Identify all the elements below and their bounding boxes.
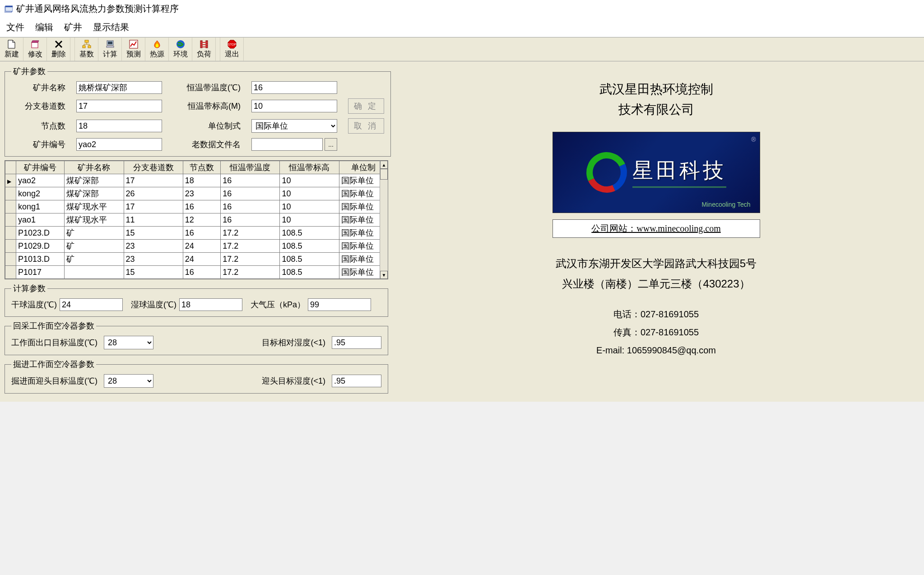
table-row[interactable]: P1023.D矿151617.2108.5国际单位 — [5, 227, 388, 240]
ok-button[interactable]: 确 定 — [348, 98, 384, 114]
input-mine-code[interactable] — [76, 138, 162, 151]
input-wet-bulb[interactable] — [179, 298, 242, 311]
table-row[interactable]: P1017151617.2108.5国际单位 — [5, 266, 388, 279]
row-header[interactable] — [5, 200, 16, 213]
table-cell[interactable]: 24 — [183, 253, 220, 266]
table-cell[interactable]: 17 — [124, 174, 183, 187]
table-cell[interactable]: 108.5 — [280, 253, 339, 266]
select-units[interactable]: 国际单位 — [251, 119, 337, 133]
input-return-hum[interactable] — [332, 336, 381, 349]
scroll-thumb[interactable] — [380, 169, 388, 180]
table-cell[interactable]: 10 — [280, 213, 339, 227]
select-advance-temp[interactable]: 28 — [104, 374, 153, 388]
table-cell[interactable]: 26 — [124, 187, 183, 200]
table-scrollbar[interactable]: ▲ ▼ — [380, 161, 388, 279]
row-header[interactable] — [5, 174, 16, 187]
table-row[interactable]: kong2煤矿深部26231610国际单位 — [5, 187, 388, 200]
table-cell[interactable]: 16 — [221, 187, 280, 200]
toolbar-base[interactable]: 基数 — [75, 37, 98, 61]
table-cell[interactable]: 17.2 — [221, 266, 280, 279]
table-cell[interactable]: 16 — [221, 174, 280, 187]
table-cell[interactable]: 16 — [221, 200, 280, 213]
input-const-elev[interactable] — [251, 100, 337, 112]
table-cell[interactable]: 108.5 — [280, 266, 339, 279]
table-row[interactable]: kong1煤矿现水平17161610国际单位 — [5, 200, 388, 213]
toolbar-modify[interactable]: 修改 — [23, 37, 47, 61]
row-header[interactable] — [5, 227, 16, 240]
table-column-header[interactable]: 节点数 — [183, 161, 220, 174]
table-cell[interactable]: P1017 — [16, 266, 65, 279]
table-cell[interactable]: 矿 — [65, 240, 124, 253]
scroll-up-icon[interactable]: ▲ — [380, 161, 388, 169]
table-cell[interactable]: 16 — [221, 213, 280, 227]
input-const-temp[interactable] — [251, 81, 337, 94]
input-mine-name[interactable] — [76, 81, 162, 94]
table-cell[interactable]: 17 — [124, 200, 183, 213]
table-column-header[interactable]: 恒温带标高 — [280, 161, 339, 174]
table-cell[interactable]: P1023.D — [16, 227, 65, 240]
table-column-header[interactable]: 恒温带温度 — [221, 161, 280, 174]
browse-button[interactable]: ... — [325, 138, 337, 151]
table-cell[interactable]: 15 — [124, 227, 183, 240]
table-cell[interactable]: 煤矿深部 — [65, 174, 124, 187]
table-cell[interactable] — [65, 266, 124, 279]
menu-mine[interactable]: 矿井 — [64, 21, 82, 33]
toolbar-env[interactable]: 环境 — [169, 37, 192, 61]
table-column-header[interactable]: 矿井名称 — [65, 161, 124, 174]
table-cell[interactable]: yao1 — [16, 213, 65, 227]
table-cell[interactable]: 108.5 — [280, 227, 339, 240]
table-cell[interactable]: 23 — [124, 253, 183, 266]
input-old-data[interactable] — [251, 138, 323, 151]
input-advance-hum[interactable] — [332, 375, 381, 387]
table-cell[interactable]: 16 — [183, 200, 220, 213]
row-header[interactable] — [5, 253, 16, 266]
table-cell[interactable]: 10 — [280, 174, 339, 187]
table-cell[interactable]: 10 — [280, 200, 339, 213]
table-cell[interactable]: 16 — [183, 227, 220, 240]
table-cell[interactable]: 108.5 — [280, 240, 339, 253]
table-cell[interactable]: 23 — [124, 240, 183, 253]
table-cell[interactable]: 10 — [280, 187, 339, 200]
table-cell[interactable]: 煤矿现水平 — [65, 200, 124, 213]
table-row[interactable]: yao2煤矿深部17181610国际单位 — [5, 174, 388, 187]
website-link[interactable]: 公司网站：www.minecooling.com — [553, 219, 760, 238]
table-cell[interactable]: P1013.D — [16, 253, 65, 266]
table-cell[interactable]: 23 — [183, 187, 220, 200]
mine-table[interactable]: 矿井编号矿井名称分支巷道数节点数恒温带温度恒温带标高单位制 yao2煤矿深部17… — [5, 160, 388, 279]
toolbar-exit[interactable]: STOP退出 — [220, 37, 244, 61]
table-row[interactable]: yao1煤矿现水平11121610国际单位 — [5, 213, 388, 227]
input-nodes[interactable] — [76, 120, 162, 132]
table-cell[interactable]: kong2 — [16, 187, 65, 200]
input-pressure[interactable] — [308, 298, 371, 311]
input-dry-bulb[interactable] — [60, 298, 123, 311]
cancel-button[interactable]: 取 消 — [348, 118, 384, 134]
table-row[interactable]: P1029.D矿232417.2108.5国际单位 — [5, 240, 388, 253]
toolbar-load[interactable]: 负荷 — [192, 37, 216, 61]
table-column-header[interactable]: 分支巷道数 — [124, 161, 183, 174]
table-cell[interactable]: 煤矿现水平 — [65, 213, 124, 227]
table-cell[interactable]: 16 — [183, 266, 220, 279]
table-row[interactable]: P1013.D矿232417.2108.5国际单位 — [5, 253, 388, 266]
table-column-header[interactable]: 矿井编号 — [16, 161, 65, 174]
table-cell[interactable]: 17.2 — [221, 240, 280, 253]
select-return-temp[interactable]: 28 — [104, 336, 153, 349]
menu-file[interactable]: 文件 — [6, 21, 24, 33]
table-cell[interactable]: 12 — [183, 213, 220, 227]
table-cell[interactable]: 17.2 — [221, 253, 280, 266]
table-cell[interactable]: 24 — [183, 240, 220, 253]
row-header[interactable] — [5, 213, 16, 227]
row-header[interactable] — [5, 266, 16, 279]
table-cell[interactable]: 18 — [183, 174, 220, 187]
table-cell[interactable]: 煤矿深部 — [65, 187, 124, 200]
table-cell[interactable]: 矿 — [65, 253, 124, 266]
toolbar-delete[interactable]: 删除 — [47, 37, 70, 61]
table-cell[interactable]: 矿 — [65, 227, 124, 240]
table-cell[interactable]: kong1 — [16, 200, 65, 213]
table-cell[interactable]: P1029.D — [16, 240, 65, 253]
table-cell[interactable]: 17.2 — [221, 227, 280, 240]
table-cell[interactable]: 11 — [124, 213, 183, 227]
row-header[interactable] — [5, 240, 16, 253]
toolbar-predict[interactable]: 预测 — [122, 37, 145, 61]
row-header[interactable] — [5, 187, 16, 200]
toolbar-new[interactable]: 新建 — [0, 37, 23, 61]
